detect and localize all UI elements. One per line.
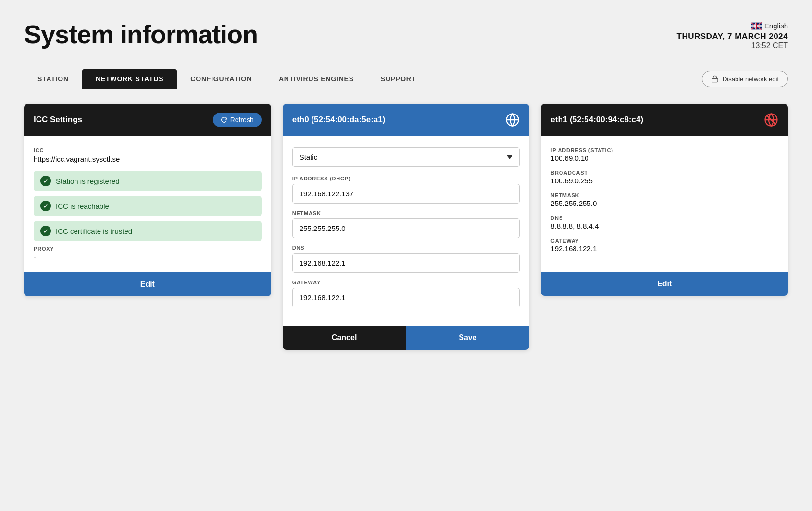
netmask-input[interactable] [292,218,520,238]
icc-card-title: ICC Settings [34,115,82,125]
icc-card-header: ICC Settings Refresh [24,104,271,136]
eth0-card-footer: Cancel Save [283,326,530,350]
dns-label: DNS [292,245,520,251]
eth1-dns-field: DNS 8.8.8.8, 8.8.4.4 [550,215,778,230]
icc-settings-card: ICC Settings Refresh ICC https://icc.vag… [24,104,271,296]
globe-disabled-icon [764,113,778,127]
check-icon-trusted: ✓ [40,226,51,236]
status-badge-reachable: ✓ ICC is reachable [34,196,262,216]
eth1-gateway-label: GATEWAY [550,238,778,243]
eth1-broadcast-label: BROADCAST [550,170,778,176]
mode-dropdown-row: Static DHCP [292,147,520,167]
eth1-dns-label: DNS [550,215,778,221]
gateway-group: GATEWAY [292,280,520,307]
netmask-group: NETMASK [292,210,520,238]
eth0-title: eth0 (52:54:00:da:5e:a1) [292,115,386,125]
tab-station[interactable]: STATION [24,69,82,89]
eth1-gateway-value: 192.168.122.1 [550,244,778,253]
eth1-netmask-value: 255.255.255.0 [550,199,778,207]
save-button[interactable]: Save [406,326,530,350]
dns-group: DNS [292,245,520,273]
dns-input[interactable] [292,253,520,273]
eth1-netmask-field: NETMASK 255.255.255.0 [550,192,778,207]
netmask-label: NETMASK [292,210,520,216]
tab-network-status[interactable]: NETWORK STATUS [82,69,177,89]
status-badge-registered: ✓ Station is registered [34,171,262,191]
eth0-card: eth0 (52:54:00:da:5e:a1) Static DHCP IP … [283,104,530,350]
icc-field-value: https://icc.vagrant.sysctl.se [34,155,262,163]
eth1-card-body: IP ADDRESS (STATIC) 100.69.0.10 BROADCAS… [541,136,788,272]
eth0-card-body: Static DHCP IP ADDRESS (DHCP) NETMASK DN… [283,136,530,326]
date-display: THURSDAY, 7 MARCH 2024 [677,32,788,41]
eth1-gateway-field: GATEWAY 192.168.122.1 [550,238,778,253]
gateway-label: GATEWAY [292,280,520,285]
eth1-ip-value: 100.69.0.10 [550,154,778,162]
icc-field-label: ICC [34,147,262,153]
tabs-navigation: STATION NETWORK STATUS CONFIGURATION ANT… [24,69,788,89]
flag-icon [751,22,762,30]
mode-select[interactable]: Static DHCP [292,147,520,167]
globe-icon [505,113,520,127]
ip-group: IP ADDRESS (DHCP) [292,176,520,204]
gateway-input[interactable] [292,288,520,307]
eth1-broadcast-value: 100.69.0.255 [550,177,778,185]
icc-card-body: ICC https://icc.vagrant.sysctl.se ✓ Stat… [24,136,271,272]
ip-label: IP ADDRESS (DHCP) [292,176,520,181]
eth1-ip-label: IP ADDRESS (STATIC) [550,147,778,153]
eth1-netmask-label: NETMASK [550,192,778,198]
refresh-button[interactable]: Refresh [213,113,262,127]
eth1-card-header: eth1 (52:54:00:94:c8:c4) [541,104,788,136]
svg-rect-1 [712,78,718,82]
language-label: English [764,22,788,30]
disable-network-edit-button[interactable]: Disable network edit [702,71,788,87]
eth1-edit-button[interactable]: Edit [541,272,788,296]
check-icon-reachable: ✓ [40,201,51,211]
eth1-card: eth1 (52:54:00:94:c8:c4) IP ADDRESS (STA… [541,104,788,296]
tab-support[interactable]: SUPPORT [367,69,429,89]
proxy-label: PROXY [34,246,262,252]
refresh-icon [221,116,227,123]
proxy-value: - [34,253,262,261]
eth0-card-header: eth0 (52:54:00:da:5e:a1) [283,104,530,136]
tab-antivirus-engines[interactable]: ANTIVIRUS ENGINES [265,69,367,89]
lock-icon [711,75,719,83]
icc-edit-button[interactable]: Edit [24,272,271,296]
eth1-dns-value: 8.8.8.8, 8.8.4.4 [550,222,778,230]
tab-configuration[interactable]: CONFIGURATION [177,69,265,89]
ip-input[interactable] [292,184,520,204]
time-display: 13:52 CET [677,41,788,50]
eth1-broadcast-field: BROADCAST 100.69.0.255 [550,170,778,185]
check-icon-registered: ✓ [40,176,51,186]
eth1-ip-field: IP ADDRESS (STATIC) 100.69.0.10 [550,147,778,162]
status-badge-trusted: ✓ ICC certificate is trusted [34,221,262,241]
eth1-title: eth1 (52:54:00:94:c8:c4) [550,115,643,125]
page-title: System information [24,19,258,49]
cancel-button[interactable]: Cancel [283,326,406,350]
